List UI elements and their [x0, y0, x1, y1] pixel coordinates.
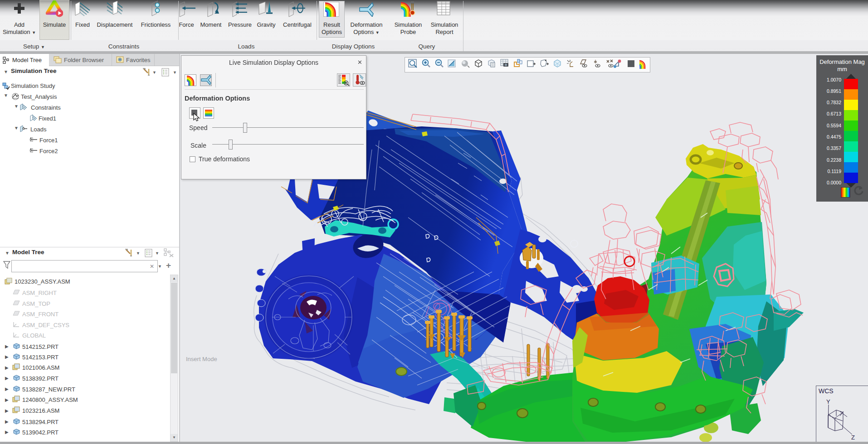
svg-text:Z: Z: [851, 434, 855, 441]
svg-text:Y: Y: [826, 398, 830, 405]
